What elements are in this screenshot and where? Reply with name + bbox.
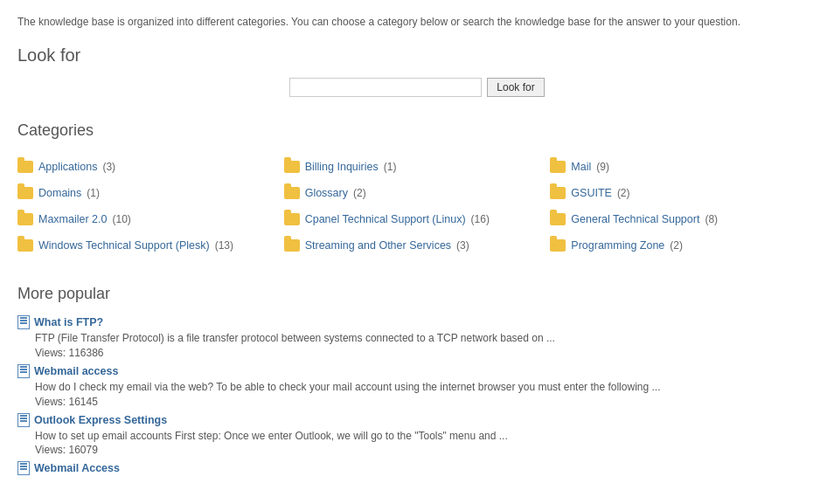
category-item: Streaming and Other Services (3): [284, 232, 551, 259]
popular-list: What is FTP? FTP (File Transfer Protocol…: [17, 315, 817, 475]
category-link[interactable]: Cpanel Technical Support (Linux): [305, 213, 466, 225]
article-link[interactable]: Webmail access: [34, 365, 118, 377]
category-link[interactable]: Applications: [38, 161, 97, 173]
category-count: (2): [617, 187, 630, 199]
article-link[interactable]: What is FTP?: [34, 316, 103, 328]
category-link[interactable]: Windows Technical Support (Plesk): [38, 239, 210, 252]
popular-item-title: Webmail Access: [17, 461, 817, 475]
popular-item-title: Webmail access: [17, 364, 817, 378]
category-count: (9): [596, 161, 609, 173]
more-popular-title: More popular: [17, 285, 817, 303]
category-count: (13): [215, 239, 233, 252]
category-link[interactable]: Maxmailer 2.0: [38, 213, 108, 225]
category-count: (2): [670, 239, 683, 252]
category-count: (2): [353, 187, 366, 199]
article-views: Views: 116386: [35, 347, 817, 359]
folder-icon: [17, 213, 33, 225]
search-input[interactable]: [289, 78, 482, 97]
category-item: Billing Inquiries (1): [284, 154, 551, 180]
category-count: (3): [456, 239, 469, 252]
article-excerpt: FTP (File Transfer Protocol) is a file t…: [35, 331, 817, 346]
category-link[interactable]: Streaming and Other Services: [305, 239, 451, 252]
category-item: GSUITE (2): [550, 180, 817, 206]
category-item: Maxmailer 2.0 (10): [17, 206, 284, 232]
doc-icon: [17, 461, 30, 475]
folder-icon: [284, 161, 300, 173]
folder-icon: [550, 213, 566, 225]
category-link[interactable]: Glossary: [305, 187, 348, 199]
popular-item: Outlook Express Settings How to set up e…: [17, 413, 817, 457]
article-views: Views: 16079: [35, 444, 817, 456]
article-views: Views: 16145: [35, 396, 817, 408]
popular-item: What is FTP? FTP (File Transfer Protocol…: [17, 315, 817, 359]
category-item: Applications (3): [17, 154, 284, 180]
folder-icon: [284, 187, 300, 199]
folder-icon: [17, 187, 33, 199]
categories-title: Categories: [17, 121, 817, 140]
search-row: Look for: [17, 78, 817, 97]
folder-icon: [550, 239, 566, 252]
article-excerpt: How do I check my email via the web? To …: [35, 380, 817, 395]
popular-item: Webmail access How do I check my email v…: [17, 364, 817, 408]
folder-icon: [17, 161, 33, 173]
categories-grid: Applications (3) Billing Inquiries (1) M…: [17, 154, 817, 259]
category-count: (8): [705, 213, 718, 225]
doc-icon: [17, 315, 30, 329]
popular-item-title: What is FTP?: [17, 315, 817, 329]
folder-icon: [284, 239, 300, 252]
category-link[interactable]: Domains: [38, 187, 81, 199]
look-for-title: Look for: [17, 45, 817, 66]
category-item: Cpanel Technical Support (Linux) (16): [284, 206, 551, 232]
article-link[interactable]: Outlook Express Settings: [34, 414, 167, 426]
category-link[interactable]: Billing Inquiries: [305, 161, 379, 173]
category-count: (3): [102, 161, 115, 173]
category-link[interactable]: GSUITE: [571, 187, 612, 199]
category-link[interactable]: Mail: [571, 161, 591, 173]
folder-icon: [550, 161, 566, 173]
article-link[interactable]: Webmail Access: [34, 462, 120, 474]
category-link[interactable]: General Technical Support: [571, 213, 699, 225]
category-count: (10): [113, 213, 131, 225]
folder-icon: [284, 213, 300, 225]
popular-item-title: Outlook Express Settings: [17, 413, 817, 427]
intro-text: The knowledge base is organized into dif…: [17, 14, 817, 30]
category-item: Windows Technical Support (Plesk) (13): [17, 232, 284, 259]
folder-icon: [550, 187, 566, 199]
look-for-button[interactable]: Look for: [487, 78, 544, 97]
category-count: (1): [87, 187, 100, 199]
doc-icon: [17, 364, 30, 378]
popular-item: Webmail Access: [17, 461, 817, 475]
category-item: Mail (9): [550, 154, 817, 180]
category-item: Glossary (2): [284, 180, 551, 206]
category-count: (1): [384, 161, 397, 173]
category-item: Programming Zone (2): [550, 232, 817, 259]
category-item: General Technical Support (8): [550, 206, 817, 232]
article-excerpt: How to set up email accounts First step:…: [35, 429, 817, 444]
category-item: Domains (1): [17, 180, 284, 206]
doc-icon: [17, 413, 30, 427]
category-count: (16): [471, 213, 490, 225]
folder-icon: [17, 239, 33, 252]
category-link[interactable]: Programming Zone: [571, 239, 664, 252]
